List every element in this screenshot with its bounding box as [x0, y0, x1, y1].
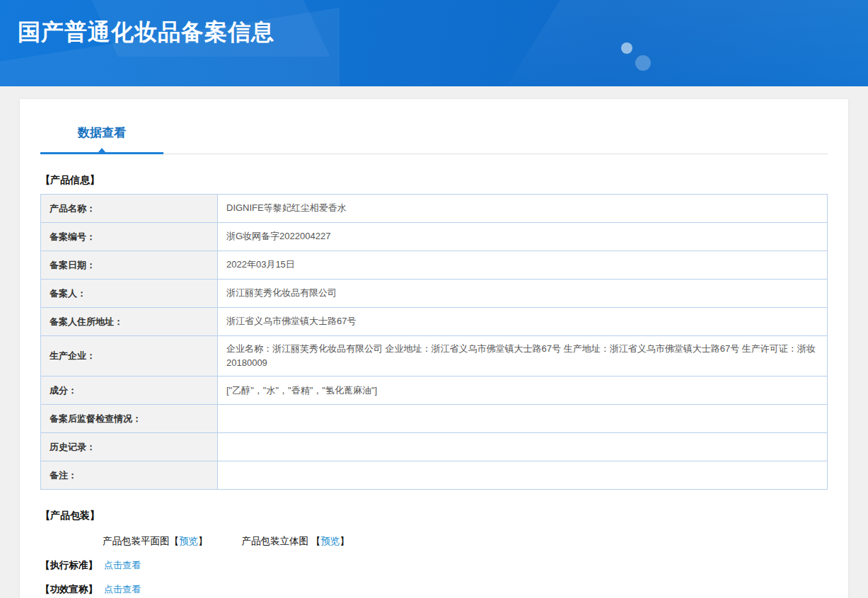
packaging-flat-suffix: 】 — [198, 536, 208, 546]
tab-active-caret-icon — [98, 148, 105, 152]
tab-data-view-label: 数据查看 — [78, 126, 126, 139]
row-label: 备案人： — [41, 280, 218, 308]
table-row: 备注： — [41, 461, 828, 490]
table-row: 备案人： 浙江丽芙秀化妆品有限公司 — [41, 280, 828, 308]
efficacy-claim-row: 【功效宣称】 点击查看 — [40, 583, 828, 596]
row-label: 产品名称： — [41, 195, 218, 223]
packaging-stereo-suffix: 】 — [340, 536, 349, 546]
table-row: 备案日期： 2022年03月15日 — [41, 251, 828, 280]
row-label: 备注： — [41, 461, 218, 490]
page-title: 国产普通化妆品备案信息 — [18, 17, 274, 48]
packaging-stereo-label: 产品包装立体图 【 — [242, 536, 321, 546]
row-value: 企业名称：浙江丽芙秀化妆品有限公司 企业地址：浙江省义乌市佛堂镇大士路67号 生… — [218, 336, 828, 376]
packaging-flat-label: 产品包装平面图【 — [103, 536, 179, 546]
execution-standard-row: 【执行标准】 点击查看 — [40, 559, 828, 572]
efficacy-claim-view-link[interactable]: 点击查看 — [104, 583, 141, 596]
execution-standard-label: 【执行标准】 — [40, 559, 98, 572]
page-header: 国产普通化妆品备案信息 — [0, 0, 868, 86]
row-value: 浙G妆网备字2022004227 — [218, 223, 828, 251]
packaging-stereo-item: 产品包装立体图 【预览】 — [242, 535, 349, 548]
product-info-table: 产品名称： DIGNIFE等黎妃红尘相爱香水 备案编号： 浙G妆网备字20220… — [40, 194, 828, 490]
table-row: 产品名称： DIGNIFE等黎妃红尘相爱香水 — [41, 195, 828, 223]
tab-data-view[interactable]: 数据查看 — [40, 125, 163, 154]
row-value: DIGNIFE等黎妃红尘相爱香水 — [218, 195, 828, 223]
row-label: 备案编号： — [41, 223, 218, 251]
row-label: 备案日期： — [41, 251, 218, 280]
row-label: 历史记录： — [41, 433, 218, 461]
efficacy-claim-label: 【功效宣称】 — [40, 583, 98, 596]
packaging-row: 产品包装平面图【预览】 产品包装立体图 【预览】 — [40, 535, 828, 548]
table-row: 备案人住所地址： 浙江省义乌市佛堂镇大士路67号 — [41, 308, 828, 336]
row-value — [218, 433, 828, 461]
row-label: 备案后监督检查情况： — [41, 405, 218, 433]
execution-standard-view-link[interactable]: 点击查看 — [104, 559, 141, 572]
tab-bar: 数据查看 — [40, 125, 828, 154]
packaging-flat-item: 产品包装平面图【预览】 — [103, 535, 208, 548]
packaging-stereo-preview-link[interactable]: 预览 — [320, 536, 340, 546]
row-label: 备案人住所地址： — [41, 308, 218, 336]
table-row: 备案后监督检查情况： — [41, 405, 828, 433]
row-value: ["乙醇"，"水"，"香精"，"氢化蓖麻油"] — [218, 376, 828, 405]
row-value — [218, 405, 828, 433]
table-row: 生产企业： 企业名称：浙江丽芙秀化妆品有限公司 企业地址：浙江省义乌市佛堂镇大士… — [41, 336, 828, 376]
row-value: 浙江省义乌市佛堂镇大士路67号 — [218, 308, 828, 336]
packaging-flat-preview-link[interactable]: 预览 — [179, 536, 198, 546]
header-decoration — [485, 0, 868, 86]
row-label: 成分： — [41, 376, 218, 405]
row-value: 浙江丽芙秀化妆品有限公司 — [218, 280, 828, 308]
table-row: 备案编号： 浙G妆网备字2022004227 — [41, 223, 828, 251]
section-title-product-info: 【产品信息】 — [40, 174, 828, 187]
header-decoration-dot — [635, 55, 651, 71]
row-value: 2022年03月15日 — [218, 251, 828, 280]
table-row: 历史记录： — [41, 433, 828, 461]
row-value — [218, 461, 828, 490]
content-card: 数据查看 【产品信息】 产品名称： DIGNIFE等黎妃红尘相爱香水 备案编号：… — [20, 99, 848, 598]
section-title-product-packaging: 【产品包装】 — [40, 510, 828, 522]
row-label: 生产企业： — [41, 336, 218, 376]
page-body: 数据查看 【产品信息】 产品名称： DIGNIFE等黎妃红尘相爱香水 备案编号：… — [0, 86, 868, 598]
header-decoration-dot — [621, 42, 632, 54]
table-row: 成分： ["乙醇"，"水"，"香精"，"氢化蓖麻油"] — [41, 376, 828, 405]
